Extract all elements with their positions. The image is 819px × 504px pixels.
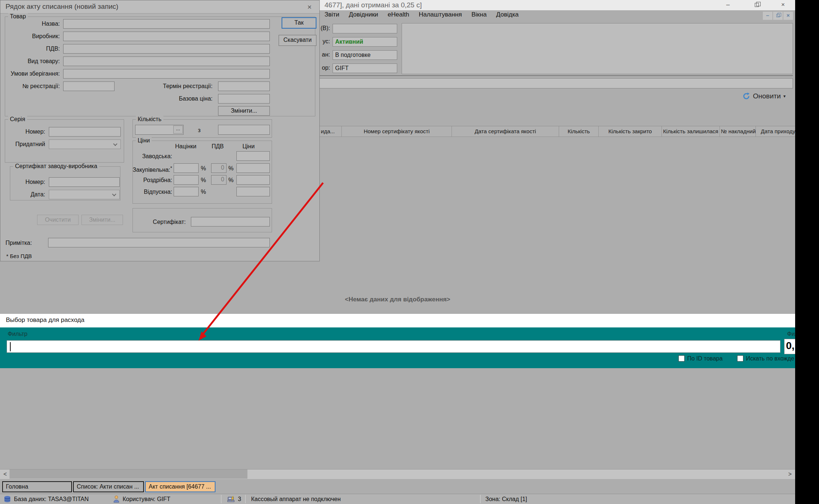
- bg-operator-value: GIFT: [333, 64, 397, 73]
- picker-title: Выбор товара для расхода: [6, 316, 84, 324]
- certificate-label: Сертифікат:: [140, 219, 186, 225]
- chevron-down-icon: [113, 142, 117, 146]
- bg-field1-input[interactable]: [333, 24, 397, 33]
- series-valid-combo[interactable]: [49, 139, 121, 149]
- qty-picker-button[interactable]: ...: [173, 126, 183, 134]
- grid-col-qty-closed[interactable]: Кількість закрито: [599, 126, 662, 137]
- window-minimize-button[interactable]: –: [717, 0, 739, 10]
- purchase-vat-input: 0: [211, 163, 227, 173]
- menu-ehealth[interactable]: eHealth: [388, 11, 409, 18]
- scrollbar-thumb[interactable]: [10, 469, 247, 479]
- user-icon: [113, 495, 120, 503]
- group-tovar-legend: Товар: [8, 13, 28, 20]
- side-filter-input[interactable]: 0,: [784, 339, 797, 354]
- tab-holovna[interactable]: Головна: [2, 481, 72, 492]
- status-zone: Зона: Склад [1]: [485, 496, 527, 503]
- qty-total-input[interactable]: [218, 125, 270, 135]
- cert-number-label: Номер:: [8, 179, 45, 185]
- reg-no-label: № реєстрації:: [4, 83, 60, 90]
- window-close-button[interactable]: ×: [771, 0, 795, 10]
- bg-separator: [320, 75, 793, 76]
- main-window-title: 4677], дані отримані за 0,25 с]: [325, 1, 422, 9]
- purchase-markup-input[interactable]: [174, 163, 199, 173]
- cert-number-input[interactable]: [49, 177, 120, 187]
- tab-spysok-akty[interactable]: Список: Акти списан ...: [73, 481, 144, 492]
- grid-header-row: ида... Номер сертифікату якості Дата сер…: [320, 126, 819, 137]
- factory-price-input[interactable]: [236, 151, 270, 161]
- picker-titlebar: Выбор товара для расхода: [0, 314, 795, 327]
- vat-input[interactable]: [63, 44, 270, 54]
- note-input[interactable]: [48, 238, 270, 247]
- reg-no-input[interactable]: [63, 81, 115, 91]
- mdi-close-button[interactable]: ×: [783, 12, 793, 20]
- minimize-icon: –: [766, 12, 769, 18]
- status-bar: База даних: TASA3@TITAN Користувач: GIFT…: [0, 494, 795, 504]
- dialog-close-button[interactable]: ×: [303, 2, 316, 12]
- refresh-button[interactable]: Оновити ▾: [742, 92, 786, 100]
- screen-black-edge: [795, 0, 819, 504]
- footnote-star: *: [170, 165, 172, 171]
- vat-col-header: ПДВ: [207, 143, 229, 150]
- kind-label: Вид товару:: [4, 58, 60, 65]
- cash-register-icon: [227, 496, 235, 503]
- menu-zvity[interactable]: Звіти: [325, 11, 339, 18]
- name-input[interactable]: [63, 19, 270, 29]
- menu-nalashtuvannya[interactable]: Налаштування: [419, 11, 462, 18]
- producer-input[interactable]: [63, 32, 270, 41]
- release-price-input[interactable]: [236, 187, 270, 196]
- grid-col-vida[interactable]: ида...: [320, 126, 342, 137]
- picker-filter-panel: Фильтр Фил 0, По ID товара Искать по вхо…: [0, 327, 795, 368]
- change-cert-button[interactable]: Змінити...: [81, 215, 123, 225]
- change-product-button[interactable]: Змінити...: [218, 106, 270, 116]
- mdi-minimize-button[interactable]: –: [763, 12, 772, 20]
- scroll-right-icon[interactable]: >: [786, 470, 794, 479]
- filter-input[interactable]: [7, 340, 780, 353]
- percent-sign: %: [228, 177, 233, 184]
- menu-dovidka[interactable]: Довідка: [496, 11, 519, 18]
- filter-label: Фильтр: [8, 331, 28, 337]
- cert-date-combo[interactable]: [49, 190, 120, 199]
- writeoff-row-dialog: Рядок акту списання (новий запис) × Това…: [0, 0, 320, 261]
- prices-col-header: Ціни: [232, 143, 265, 150]
- mdi-restore-button[interactable]: [773, 12, 783, 20]
- storage-input[interactable]: [63, 69, 270, 79]
- bg-status-value: Активний: [333, 37, 397, 47]
- percent-sign: %: [228, 165, 233, 172]
- producer-label: Виробник:: [4, 33, 60, 40]
- ok-button[interactable]: Так: [282, 17, 316, 29]
- tab-akt-spysannya[interactable]: Акт списання [64677 ...: [145, 481, 215, 492]
- release-markup-input[interactable]: [174, 187, 199, 196]
- grid-col-qty[interactable]: Кількість: [559, 126, 599, 137]
- clear-cert-button[interactable]: Очистити: [37, 215, 79, 225]
- series-number-label: Номер:: [4, 128, 45, 135]
- grid-col-invoice[interactable]: № накладний: [720, 126, 756, 137]
- scroll-left-icon[interactable]: <: [1, 470, 10, 479]
- chevron-down-icon[interactable]: ▾: [783, 94, 786, 99]
- checkbox-by-entry[interactable]: [737, 355, 743, 362]
- base-price-input[interactable]: [218, 94, 270, 104]
- retail-markup-input[interactable]: [174, 175, 199, 185]
- screenshot-root: 4677], дані отримані за 0,25 с] – × Звіт…: [0, 0, 819, 504]
- grid-col-qty-left[interactable]: Кількість залишилася: [662, 126, 720, 137]
- dialog-title: Рядок акту списання (новий запис): [6, 3, 118, 11]
- retail-price-input[interactable]: [236, 175, 270, 185]
- certificate-input[interactable]: [191, 217, 270, 226]
- menu-bar: Звіти Довідники eHealth Налаштування Вік…: [325, 11, 519, 18]
- dialog-titlebar: Рядок акту списання (новий запис) ×: [0, 0, 319, 14]
- menu-dovidnyky[interactable]: Довідники: [349, 11, 378, 18]
- grid-col-cert-number[interactable]: Номер сертифікату якості: [342, 126, 452, 137]
- grid-col-cert-date[interactable]: Дата сертифіката якості: [452, 126, 559, 137]
- grid-col-arrival-date[interactable]: Дата приходу: [756, 126, 801, 137]
- restore-icon: [776, 14, 780, 17]
- checkbox-by-entry-label: Искать по вхожде: [746, 355, 794, 362]
- purchase-price-input[interactable]: [236, 163, 270, 173]
- window-restore-button[interactable]: [745, 0, 768, 10]
- checkbox-by-id[interactable]: [678, 355, 685, 362]
- purchase-price-label: Закупівельна:*: [122, 165, 172, 173]
- reg-term-input[interactable]: [218, 81, 270, 91]
- group-qty-legend: Кількість: [136, 116, 163, 123]
- cancel-button[interactable]: Скасувати: [279, 35, 316, 46]
- menu-vikna[interactable]: Вікна: [471, 11, 486, 18]
- series-number-input[interactable]: [49, 127, 121, 137]
- kind-input[interactable]: [63, 57, 270, 66]
